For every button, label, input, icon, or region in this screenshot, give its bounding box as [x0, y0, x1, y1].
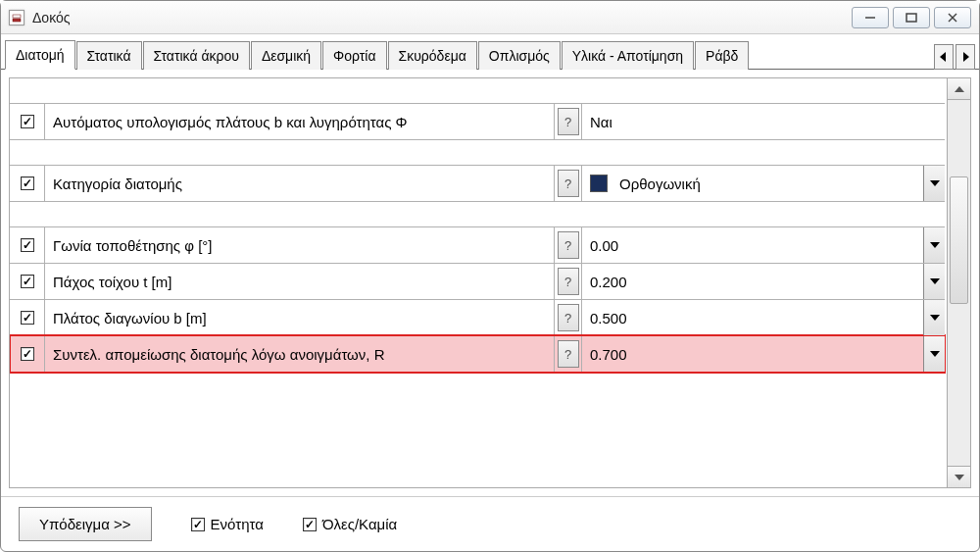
close-button[interactable] — [934, 7, 971, 28]
row-checkbox[interactable] — [21, 347, 34, 361]
tab-3[interactable]: Δεσμική — [251, 41, 321, 70]
row-label: Πάχος τοίχου t [m] — [45, 264, 555, 299]
svg-marker-10 — [930, 278, 940, 284]
tab-8[interactable]: Ράβδ — [695, 41, 749, 70]
row-value-text: Ορθογωνική — [619, 176, 701, 192]
row-value[interactable]: 0.500 — [582, 300, 945, 335]
help-button[interactable]: ? — [558, 170, 579, 197]
svg-marker-14 — [955, 475, 964, 480]
row-checkbox[interactable] — [21, 311, 34, 325]
row-label: Αυτόματος υπολογισμός πλάτους b και λυγη… — [45, 104, 555, 139]
minimize-button[interactable] — [852, 7, 889, 28]
all-none-checkbox-label: Όλες/Καμία — [322, 516, 397, 532]
row-value[interactable]: Ορθογωνική — [582, 166, 945, 201]
scroll-down-button[interactable] — [948, 466, 970, 487]
row-value-text: 0.700 — [590, 346, 627, 363]
all-none-checkbox[interactable] — [303, 518, 317, 531]
tab-2[interactable]: Στατικά άκρου — [143, 41, 250, 70]
property-row-5: Συντελ. απομείωσης διατομής λόγω ανοιγμά… — [10, 335, 945, 373]
svg-marker-12 — [930, 351, 940, 357]
dropdown-arrow-icon[interactable] — [923, 336, 945, 372]
vertical-scrollbar[interactable] — [947, 78, 970, 487]
row-value[interactable]: 0.00 — [582, 227, 945, 263]
dropdown-arrow-icon[interactable] — [923, 166, 945, 201]
window-controls — [852, 7, 971, 28]
help-button[interactable]: ? — [558, 108, 579, 135]
section-checkbox-label: Ενότητα — [211, 516, 264, 532]
section-shape-icon — [590, 175, 608, 192]
help-button[interactable]: ? — [558, 340, 579, 368]
tab-0[interactable]: Διατομή — [5, 40, 75, 70]
dialog-window: Δοκός ΔιατομήΣτατικάΣτατικά άκρουΔεσμική… — [0, 0, 980, 552]
scroll-track[interactable] — [948, 100, 970, 466]
row-checkbox[interactable] — [21, 275, 34, 288]
svg-marker-11 — [930, 315, 940, 321]
row-checkbox[interactable] — [21, 115, 34, 128]
property-row-1: Κατηγορία διατομής?Ορθογωνική — [10, 165, 945, 202]
scroll-up-button[interactable] — [948, 78, 970, 100]
svg-marker-9 — [930, 242, 940, 248]
svg-marker-13 — [955, 86, 964, 92]
row-value-text: Ναι — [590, 114, 612, 130]
svg-marker-8 — [930, 180, 940, 186]
app-icon — [9, 10, 24, 25]
tab-7[interactable]: Υλικά - Αποτίμηση — [562, 41, 694, 70]
tab-4[interactable]: Φορτία — [322, 41, 386, 70]
tab-scroll-left[interactable] — [934, 44, 954, 70]
scroll-area: Αυτόματος υπολογισμός πλάτους b και λυγη… — [10, 78, 970, 487]
svg-marker-7 — [963, 52, 969, 62]
dropdown-arrow-icon[interactable] — [923, 227, 945, 263]
titlebar: Δοκός — [1, 1, 979, 34]
section-checkbox[interactable] — [191, 518, 205, 531]
maximize-button[interactable] — [893, 7, 930, 28]
row-checkbox[interactable] — [21, 176, 34, 190]
tab-strip: ΔιατομήΣτατικάΣτατικά άκρουΔεσμικήΦορτία… — [1, 34, 979, 70]
row-value[interactable]: 0.200 — [582, 264, 945, 299]
svg-rect-1 — [13, 15, 21, 18]
help-button[interactable]: ? — [558, 231, 579, 259]
footer: Υπόδειγμα >> Ενότητα Όλες/Καμία — [1, 496, 979, 551]
help-button[interactable]: ? — [558, 268, 579, 295]
svg-rect-0 — [13, 19, 21, 22]
row-value[interactable]: 0.700 — [582, 336, 945, 372]
svg-rect-3 — [906, 14, 916, 22]
tab-scroll-right[interactable] — [956, 44, 975, 70]
property-row-4: Πλάτος διαγωνίου b [m]?0.500 — [10, 299, 945, 336]
scroll-thumb[interactable] — [950, 176, 968, 304]
row-value-text: 0.00 — [590, 237, 618, 254]
row-label: Πλάτος διαγωνίου b [m] — [45, 300, 555, 335]
svg-marker-6 — [940, 52, 946, 62]
tab-1[interactable]: Στατικά — [76, 41, 142, 70]
row-label: Γωνία τοποθέτησης φ [°] — [45, 227, 555, 263]
all-none-checkbox-group[interactable]: Όλες/Καμία — [303, 516, 397, 532]
window-title: Δοκός — [32, 10, 852, 25]
section-checkbox-group[interactable]: Ενότητα — [191, 516, 264, 532]
property-row-0: Αυτόματος υπολογισμός πλάτους b και λυγη… — [10, 103, 945, 140]
row-label: Κατηγορία διατομής — [45, 166, 555, 201]
property-row-3: Πάχος τοίχου t [m]?0.200 — [10, 263, 945, 300]
dropdown-arrow-icon[interactable] — [923, 300, 945, 335]
tab-6[interactable]: Οπλισμός — [478, 41, 561, 70]
help-button[interactable]: ? — [558, 304, 579, 331]
dropdown-arrow-icon[interactable] — [923, 264, 945, 299]
property-row-2: Γωνία τοποθέτησης φ [°]?0.00 — [10, 226, 945, 264]
content-panel: Αυτόματος υπολογισμός πλάτους b και λυγη… — [9, 77, 971, 488]
row-label: Συντελ. απομείωσης διατομής λόγω ανοιγμά… — [45, 336, 555, 372]
tab-5[interactable]: Σκυρόδεμα — [388, 41, 477, 70]
row-checkbox[interactable] — [21, 238, 34, 252]
example-button[interactable]: Υπόδειγμα >> — [19, 507, 152, 541]
row-value[interactable]: Ναι — [582, 104, 945, 139]
row-value-text: 0.200 — [590, 274, 627, 290]
row-value-text: 0.500 — [590, 310, 627, 326]
